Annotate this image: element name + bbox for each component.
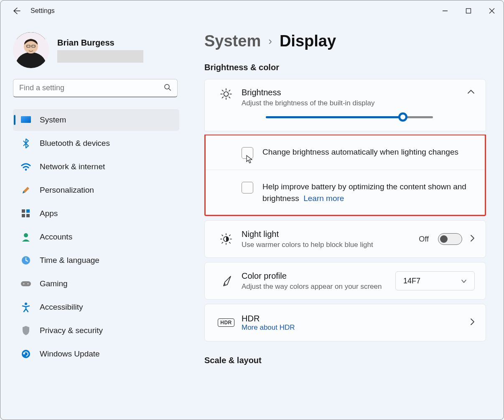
chevron-right-icon: ›: [268, 35, 272, 48]
breadcrumb-current: Display: [280, 32, 336, 50]
svg-point-21: [25, 303, 27, 305]
svg-point-41: [224, 284, 226, 285]
titlebar: Settings: [0, 0, 504, 21]
user-block[interactable]: Brian Burgess: [13, 32, 170, 68]
auto-brightness-row: Change brightness automatically when lig…: [206, 135, 485, 170]
color-profile-icon: [211, 275, 242, 287]
sidebar-item-label: Bluetooth & devices: [40, 139, 110, 148]
personalization-icon: [20, 185, 31, 196]
night-light-card[interactable]: Night light Use warmer colors to help bl…: [204, 220, 486, 258]
night-light-desc: Use warmer colors to help block blue lig…: [242, 241, 384, 249]
network-icon: [20, 161, 31, 172]
sidebar: Brian Burgess System Bluetooth & devi: [0, 21, 180, 420]
section-scale-layout: Scale & layout: [204, 356, 486, 365]
hdr-icon: HDR: [211, 318, 242, 327]
maximize-button[interactable]: [457, 2, 480, 20]
minimize-button[interactable]: [433, 2, 457, 20]
brightness-slider[interactable]: [266, 110, 433, 124]
sidebar-item-privacy[interactable]: Privacy & security: [13, 320, 179, 341]
chevron-right-icon[interactable]: [470, 234, 475, 244]
accounts-icon: [20, 232, 31, 242]
nav-list: System Bluetooth & devices Network & int…: [13, 109, 179, 365]
svg-rect-12: [22, 209, 25, 213]
svg-point-16: [24, 233, 28, 237]
sidebar-item-label: Gaming: [40, 279, 68, 288]
sidebar-item-label: Personalization: [40, 186, 94, 195]
chevron-up-icon[interactable]: [467, 88, 475, 97]
brightness-card: Brightness Adjust the brightness of the …: [204, 79, 486, 131]
sidebar-item-windows-update[interactable]: Windows Update: [13, 343, 179, 365]
bluetooth-icon: [20, 138, 31, 149]
breadcrumb-parent[interactable]: System: [204, 32, 261, 50]
sidebar-item-accessibility[interactable]: Accessibility: [13, 296, 179, 318]
time-icon: [20, 255, 31, 266]
svg-point-19: [23, 283, 24, 284]
search-input[interactable]: [19, 84, 164, 92]
svg-point-7: [165, 84, 169, 89]
close-button[interactable]: [480, 2, 504, 20]
user-email-redacted: [57, 50, 143, 63]
svg-line-31: [222, 97, 224, 98]
svg-line-8: [169, 89, 171, 91]
content: System › Display Brightness & color Brig…: [180, 21, 504, 420]
section-brightness-color: Brightness & color: [204, 63, 486, 72]
hdr-card[interactable]: HDR HDR More about HDR: [204, 304, 486, 341]
system-icon: [20, 115, 31, 125]
svg-rect-18: [21, 281, 31, 286]
sidebar-item-label: System: [40, 115, 66, 125]
svg-line-37: [222, 235, 223, 236]
sidebar-item-bluetooth[interactable]: Bluetooth & devices: [13, 132, 179, 154]
update-icon: [20, 349, 31, 359]
sidebar-item-time-language[interactable]: Time & language: [13, 249, 179, 271]
hdr-more-link[interactable]: More about HDR: [242, 323, 470, 332]
sidebar-item-label: Accessibility: [40, 303, 83, 312]
window-title: Settings: [31, 7, 55, 15]
hdr-title: HDR: [242, 314, 470, 323]
brightness-row[interactable]: Brightness Adjust the brightness of the …: [205, 79, 486, 131]
svg-rect-15: [26, 214, 30, 217]
search-box[interactable]: [13, 79, 178, 97]
night-light-state: Off: [419, 235, 429, 244]
color-profile-value: 14F7: [403, 277, 420, 285]
svg-rect-10: [21, 116, 31, 123]
brightness-title: Brightness: [242, 88, 467, 97]
gaming-icon: [20, 278, 31, 289]
color-profile-select[interactable]: 14F7: [395, 271, 475, 290]
user-name: Brian Burgess: [57, 38, 143, 48]
breadcrumb: System › Display: [204, 32, 486, 50]
sidebar-item-label: Privacy & security: [40, 326, 103, 335]
svg-line-38: [229, 242, 230, 243]
brightness-expanded-panel: Change brightness automatically when lig…: [204, 135, 486, 216]
sidebar-item-gaming[interactable]: Gaming: [13, 273, 179, 295]
sidebar-item-network[interactable]: Network & internet: [13, 156, 179, 178]
color-profile-title: Color profile: [242, 271, 395, 281]
brightness-desc: Adjust the brightness of the built-in di…: [242, 99, 467, 107]
cursor-icon: [246, 155, 254, 164]
avatar: [13, 32, 49, 68]
svg-rect-1: [466, 9, 471, 13]
battery-optimize-row: Help improve battery by optimizing the c…: [206, 170, 485, 215]
chevron-right-icon[interactable]: [470, 318, 475, 328]
svg-line-39: [229, 235, 230, 236]
sidebar-item-apps[interactable]: Apps: [13, 203, 179, 224]
color-profile-desc: Adjust the way colors appear on your scr…: [242, 283, 384, 291]
night-light-title: Night light: [242, 229, 419, 239]
svg-point-11: [25, 169, 27, 171]
back-button[interactable]: [8, 3, 25, 19]
sidebar-item-system[interactable]: System: [13, 109, 179, 131]
chevron-down-icon: [461, 277, 467, 285]
apps-icon: [20, 208, 31, 219]
sidebar-item-personalization[interactable]: Personalization: [13, 179, 179, 201]
auto-brightness-checkbox[interactable]: [242, 147, 253, 159]
svg-rect-14: [22, 214, 25, 217]
svg-line-40: [222, 242, 223, 243]
battery-optimize-checkbox[interactable]: [242, 182, 253, 193]
battery-optimize-label: Help improve battery by optimizing the c…: [262, 181, 472, 204]
svg-point-22: [22, 350, 30, 358]
auto-brightness-label: Change brightness automatically when lig…: [262, 146, 458, 158]
brightness-icon: [211, 88, 242, 100]
learn-more-link[interactable]: Learn more: [303, 194, 344, 203]
svg-point-20: [27, 283, 28, 284]
sidebar-item-accounts[interactable]: Accounts: [13, 226, 179, 248]
night-light-toggle[interactable]: [438, 233, 462, 245]
